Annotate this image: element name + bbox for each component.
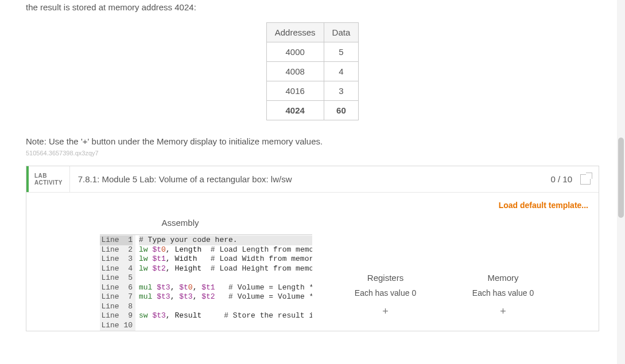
- table-header-addr: Addresses: [266, 23, 324, 42]
- lab-title: 7.8.1: Module 5 Lab: Volume of a rectang…: [69, 166, 545, 192]
- memory-example-table: Addresses Data 4000 5 4008 4 4016 3 4024…: [266, 22, 359, 120]
- registers-value: Each has value 0: [341, 288, 430, 298]
- lab-header: LAB ACTIVITY 7.8.1: Module 5 Lab: Volume…: [26, 166, 599, 193]
- line-gutter: Line 1Line 2Line 3Line 4Line 5Line 6Line…: [100, 235, 135, 331]
- code-area[interactable]: # Type your code here.lw $t0, Length # L…: [135, 235, 312, 331]
- scrollbar-thumb[interactable]: [618, 138, 624, 218]
- watermark-id: 510564.3657398.qx3zqy7: [26, 150, 599, 156]
- lab-activity-card: LAB ACTIVITY 7.8.1: Module 5 Lab: Volume…: [26, 166, 599, 331]
- registers-title: Registers: [341, 273, 430, 283]
- editor-title: Assembly: [123, 218, 238, 228]
- table-row: 4024 60: [266, 101, 359, 120]
- table-row: 4016 3: [266, 81, 359, 101]
- lab-score: 0 / 10: [545, 166, 578, 192]
- table-header-data: Data: [324, 23, 359, 42]
- memory-title: Memory: [459, 273, 548, 283]
- expand-icon: [580, 174, 591, 185]
- memory-value: Each has value 0: [459, 288, 548, 298]
- table-row: 4000 5: [266, 42, 359, 62]
- add-register-button[interactable]: +: [341, 306, 430, 318]
- intro-text: the result is stored at memory address 4…: [26, 0, 599, 22]
- table-row: 4008 4: [266, 62, 359, 81]
- vertical-scrollbar[interactable]: [617, 0, 625, 364]
- code-editor[interactable]: Line 1Line 2Line 3Line 4Line 5Line 6Line…: [100, 234, 312, 331]
- note-text: Note: Use the '+' button under the Memor…: [26, 136, 599, 146]
- load-default-template-link[interactable]: Load default template...: [37, 201, 588, 210]
- add-memory-button[interactable]: +: [459, 306, 548, 318]
- expand-button[interactable]: [578, 166, 599, 192]
- lab-badge: LAB ACTIVITY: [26, 166, 69, 192]
